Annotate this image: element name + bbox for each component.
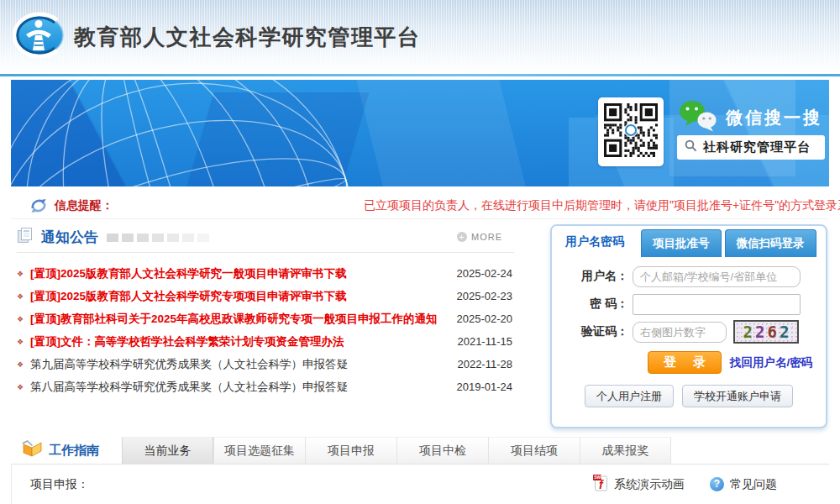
wechat-search-header: 微信搜一搜 bbox=[679, 100, 822, 135]
notice-date: 2025-02-20 bbox=[457, 312, 513, 325]
brand: 教育部人文社会科学研究管理平台 bbox=[12, 11, 421, 63]
question-mark-icon bbox=[710, 477, 724, 491]
captcha-input[interactable] bbox=[633, 322, 727, 343]
captcha-digit: 2 bbox=[755, 323, 764, 341]
project-application-label: 项目申报： bbox=[30, 477, 89, 492]
register-row: 个人用户注册 学校开通账户申请 bbox=[552, 385, 826, 407]
bullet-icon bbox=[17, 338, 24, 346]
notice-item[interactable]: 第八届高等学校科学研究优秀成果奖（人文社会科学）申报答疑 2019-01-24 bbox=[17, 375, 514, 398]
work-guide-bar: 工作指南 当前业务 项目选题征集 项目申报 项目中检 项目结项 成果报奖 bbox=[11, 437, 829, 465]
wechat-icon bbox=[679, 100, 717, 135]
notice-link[interactable]: [置顶]2025版教育部人文社会科学研究一般项目申请评审书下载 bbox=[30, 266, 347, 281]
notice-section: 通知公告 MORE [置顶]2025版教育部人文社会科学研究一般项目申请评审书下… bbox=[17, 223, 514, 398]
login-button[interactable]: 登 录 bbox=[648, 351, 722, 374]
school-account-button[interactable]: 学校开通账户申请 bbox=[682, 385, 793, 407]
tab-wechat-scan[interactable]: 微信扫码登录 bbox=[725, 229, 816, 257]
password-row: 密 码： bbox=[552, 291, 826, 317]
faq-link[interactable]: 常见问题 bbox=[710, 477, 777, 492]
tab-username-password[interactable]: 用户名密码 bbox=[552, 226, 638, 257]
plus-circle-icon bbox=[457, 232, 467, 242]
notice-item[interactable]: [置顶]教育部社科司关于2025年高校思政课教师研究专项一般项目申报工作的通知 … bbox=[17, 307, 514, 330]
captcha-row: 验证码： 2 2 6 2 bbox=[552, 319, 826, 344]
swf-file-icon: SWF f bbox=[593, 475, 608, 494]
site-title: 教育部人文社会科学研究管理平台 bbox=[74, 23, 421, 52]
captcha-image[interactable]: 2 2 6 2 bbox=[733, 320, 799, 344]
work-tabs: 当前业务 项目选题征集 项目申报 项目中检 项目结项 成果报奖 bbox=[122, 437, 671, 464]
login-panel: 用户名密码 项目批准号 微信扫码登录 用户名： 密 码： 验证码： 2 2 6 … bbox=[550, 224, 827, 428]
hero-banner: 微信搜一搜 社科研究管理平台 bbox=[11, 80, 829, 186]
tab-project-completion[interactable]: 项目结项 bbox=[488, 437, 580, 464]
notice-item[interactable]: [置顶]2025版教育部人文社会科学研究一般项目申请评审书下载 2025-02-… bbox=[17, 262, 514, 285]
notice-link[interactable]: [置顶]教育部社科司关于2025年高校思政课教师研究专项一般项目申报工作的通知 bbox=[30, 312, 438, 327]
footer-links: SWF f 系统演示动画 常见问题 bbox=[593, 475, 777, 494]
tab-achievement-award[interactable]: 成果报奖 bbox=[580, 437, 671, 464]
username-row: 用户名： bbox=[552, 264, 826, 289]
bullet-icon bbox=[17, 360, 24, 369]
notice-date: 2019-01-24 bbox=[457, 381, 513, 393]
tab-project-number[interactable]: 项目批准号 bbox=[641, 229, 722, 257]
notice-date: 2025-02-23 bbox=[457, 290, 513, 302]
work-guide-title-block: 工作指南 bbox=[11, 437, 122, 464]
personal-register-button[interactable]: 个人用户注册 bbox=[585, 385, 674, 407]
notice-date: 2021-11-15 bbox=[457, 335, 512, 348]
notice-header: 通知公告 MORE bbox=[17, 223, 514, 250]
bullet-icon bbox=[17, 270, 24, 278]
document-icon bbox=[17, 227, 34, 247]
tab-current-business[interactable]: 当前业务 bbox=[122, 437, 213, 464]
captcha-label: 验证码： bbox=[552, 324, 633, 339]
captcha-digit: 2 bbox=[780, 323, 789, 341]
notice-separator bbox=[17, 252, 514, 253]
wechat-search-title: 微信搜一搜 bbox=[726, 107, 822, 129]
notice-item[interactable]: 第九届高等学校科学研究优秀成果奖（人文社会科学）申报答疑 2022-11-28 bbox=[17, 353, 514, 375]
tab-project-midcheck[interactable]: 项目中检 bbox=[396, 437, 488, 464]
alert-message[interactable]: 已立项项目的负责人，在线进行项目中后期管理时，请使用"项目批准号+证件号"的方式… bbox=[364, 198, 840, 213]
work-content: 项目申报： SWF f 系统演示动画 常见问题 bbox=[11, 465, 829, 504]
page: 教育部人文社会科学研究管理平台 bbox=[0, 0, 840, 504]
notice-date: 2025-02-24 bbox=[457, 267, 513, 280]
login-tabs: 用户名密码 项目批准号 微信扫码登录 bbox=[552, 226, 826, 257]
work-guide-title: 工作指南 bbox=[49, 443, 99, 459]
faq-label: 常见问题 bbox=[730, 477, 777, 492]
username-input[interactable] bbox=[633, 266, 801, 287]
site-logo-icon bbox=[12, 11, 66, 63]
notice-link[interactable]: 第九届高等学校科学研究优秀成果奖（人文社会科学）申报答疑 bbox=[30, 357, 348, 372]
password-label: 密 码： bbox=[552, 297, 633, 312]
captcha-digit: 6 bbox=[768, 323, 777, 341]
bullet-icon bbox=[17, 292, 24, 301]
alert-label: 信息提醒： bbox=[55, 198, 113, 213]
notice-list: [置顶]2025版教育部人文社会科学研究一般项目申请评审书下载 2025-02-… bbox=[17, 262, 514, 398]
decorative-blocks bbox=[107, 234, 209, 242]
demo-animation-link[interactable]: SWF f 系统演示动画 bbox=[593, 475, 685, 494]
notice-link[interactable]: [置顶]2025版教育部人文社会科学研究专项项目申请评审书下载 bbox=[30, 289, 347, 304]
more-label: MORE bbox=[471, 232, 502, 242]
wechat-search-keyword: 社科研究管理平台 bbox=[703, 139, 811, 155]
more-link[interactable]: MORE bbox=[457, 232, 502, 242]
book-icon bbox=[22, 440, 43, 460]
notice-item[interactable]: [置顶]文件：高等学校哲学社会科学繁荣计划专项资金管理办法 2021-11-15 bbox=[17, 330, 514, 353]
login-form: 用户名： 密 码： 验证码： 2 2 6 2 登 录 找回用户名/密码 bbox=[552, 257, 826, 407]
top-header: 教育部人文社会科学研究管理平台 bbox=[0, 0, 840, 74]
notice-link[interactable]: [置顶]文件：高等学校哲学社会科学繁荣计划专项资金管理办法 bbox=[30, 334, 344, 349]
header-divider bbox=[0, 74, 840, 76]
notice-date: 2022-11-28 bbox=[457, 358, 512, 370]
captcha-digit: 2 bbox=[743, 323, 753, 341]
notice-item[interactable]: [置顶]2025版教育部人文社会科学研究专项项目申请评审书下载 2025-02-… bbox=[17, 285, 514, 307]
tab-topic-collection[interactable]: 项目选题征集 bbox=[213, 437, 305, 464]
password-input[interactable] bbox=[633, 294, 801, 315]
refresh-arrows-icon bbox=[29, 197, 48, 214]
login-actions-row: 登 录 找回用户名/密码 bbox=[648, 351, 826, 374]
wechat-qr-code bbox=[598, 97, 664, 166]
bullet-icon bbox=[17, 383, 24, 391]
alert-bar: 信息提醒： 已立项项目的负责人，在线进行项目中后期管理时，请使用"项目批准号+证… bbox=[11, 193, 829, 219]
notice-link[interactable]: 第八届高等学校科学研究优秀成果奖（人文社会科学）申报答疑 bbox=[30, 380, 348, 395]
username-label: 用户名： bbox=[552, 269, 633, 284]
demo-animation-label: 系统演示动画 bbox=[614, 477, 685, 492]
magnifier-icon bbox=[685, 139, 697, 155]
forgot-credentials-link[interactable]: 找回用户名/密码 bbox=[730, 355, 812, 370]
globe-graphic-icon bbox=[11, 80, 382, 186]
bullet-icon bbox=[17, 315, 24, 323]
notice-title: 通知公告 bbox=[41, 228, 98, 247]
wechat-search-box[interactable]: 社科研究管理平台 bbox=[677, 135, 825, 160]
tab-project-application[interactable]: 项目申报 bbox=[305, 437, 396, 464]
